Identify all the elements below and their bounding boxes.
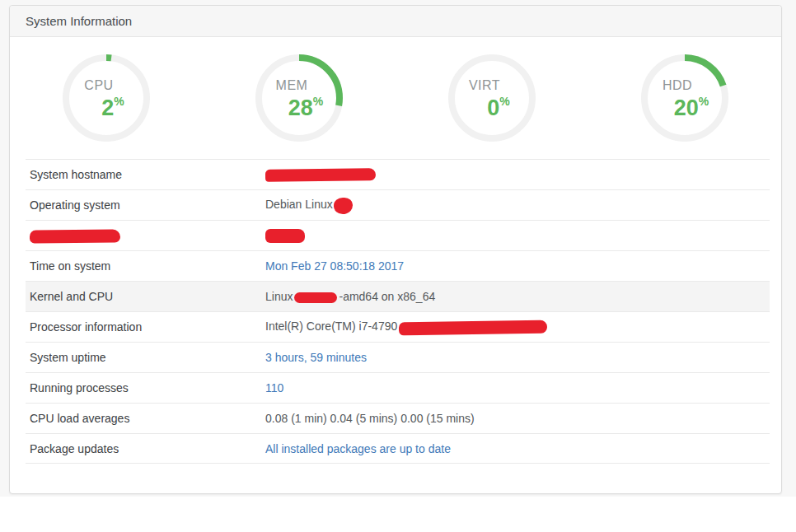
row-label: Running processes xyxy=(26,381,265,394)
system-uptime-link[interactable]: 3 hours, 59 minutes xyxy=(265,351,367,364)
row-label: Time on system xyxy=(26,259,265,273)
gauge-virt: VIRT 0% xyxy=(447,53,537,143)
row-value: 110 xyxy=(265,381,770,394)
gauge-hdd-value: 20% xyxy=(674,92,709,119)
row-value: Debian Linux xyxy=(265,197,770,213)
gauge-hdd-label: HDD xyxy=(663,78,692,92)
panel-title: System Information xyxy=(10,6,781,37)
gauge-virt-label: VIRT xyxy=(469,78,500,92)
table-row-system-hostname: System hostname xyxy=(26,159,770,189)
redaction-mark xyxy=(265,169,376,183)
redaction-mark xyxy=(399,320,547,335)
row-value: Mon Feb 27 08:50:18 2017 xyxy=(265,259,770,273)
gauge-cpu: CPU 2% xyxy=(61,53,152,143)
row-label: Operating system xyxy=(26,198,265,212)
gauge-mem: MEM 28% xyxy=(254,53,344,143)
row-label: System hostname xyxy=(26,168,265,181)
row-value: 0.08 (1 min) 0.04 (5 mins) 0.00 (15 mins… xyxy=(265,412,770,425)
row-value: 3 hours, 59 minutes xyxy=(265,351,770,364)
row-label: CPU load averages xyxy=(26,412,265,425)
gauge-cpu-value: 2% xyxy=(101,92,124,119)
row-value xyxy=(265,168,770,182)
table-row-time-on-system: Time on system Mon Feb 27 08:50:18 2017 xyxy=(26,250,770,281)
table-row-redacted xyxy=(26,220,770,250)
gauge-cpu-label: CPU xyxy=(84,78,113,92)
gauge-virt-value: 0% xyxy=(487,92,509,119)
row-value: Intel(R) Core(TM) i7-4790 xyxy=(265,320,770,334)
table-row-system-uptime: System uptime 3 hours, 59 minutes xyxy=(26,342,770,372)
gauge-hdd: HDD 20% xyxy=(639,53,730,143)
gauges-row: CPU 2% MEM 28% xyxy=(10,37,781,159)
table-row-processor-information: Processor information Intel(R) Core(TM) … xyxy=(26,311,770,342)
time-on-system-link[interactable]: Mon Feb 27 08:50:18 2017 xyxy=(265,259,404,273)
redaction-mark xyxy=(334,198,353,214)
redaction-mark xyxy=(30,229,120,243)
table-row-kernel-and-cpu: Kernel and CPU Linux-amd64 on x86_64 xyxy=(26,281,770,311)
running-processes-link[interactable]: 110 xyxy=(265,381,283,394)
system-info-table: System hostname Operating system Debian … xyxy=(26,159,770,464)
row-label: Package updates xyxy=(26,442,265,455)
row-label: Kernel and CPU xyxy=(26,290,265,303)
redaction-mark xyxy=(294,292,337,303)
gauge-mem-value: 28% xyxy=(288,92,324,119)
table-row-cpu-load-averages: CPU load averages 0.08 (1 min) 0.04 (5 m… xyxy=(26,403,770,433)
row-label: System uptime xyxy=(26,351,265,364)
screen: System Information CPU 2% xyxy=(0,0,796,532)
table-row-running-processes: Running processes 110 xyxy=(26,372,770,403)
package-updates-link[interactable]: All installed packages are up to date xyxy=(265,442,451,455)
gauge-mem-label: MEM xyxy=(276,78,308,92)
row-value: All installed packages are up to date xyxy=(265,442,770,455)
system-information-panel: System Information CPU 2% xyxy=(9,5,782,494)
table-row-package-updates: Package updates All installed packages a… xyxy=(26,433,770,464)
row-value: Linux-amd64 on x86_64 xyxy=(265,290,770,303)
redaction-mark xyxy=(265,229,305,243)
row-label xyxy=(26,228,265,242)
table-row-operating-system: Operating system Debian Linux xyxy=(26,189,770,220)
row-value xyxy=(265,228,770,243)
row-label: Processor information xyxy=(26,320,265,334)
